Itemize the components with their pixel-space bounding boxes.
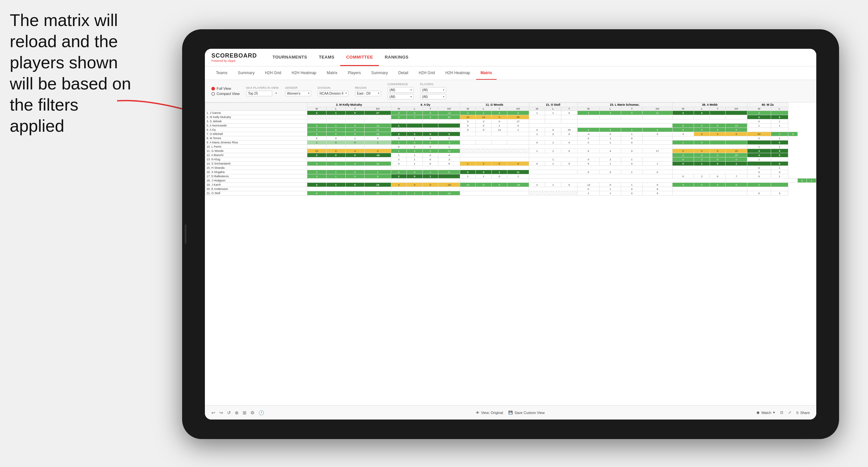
subnav-summary2[interactable]: Summary — [367, 66, 392, 80]
player-name: 3. S Jelinek — [205, 119, 307, 124]
cell: 13 — [725, 124, 747, 128]
full-view-option[interactable]: Full View — [211, 87, 240, 90]
players-filter: Players (All) (All) — [420, 83, 446, 99]
zoom-icon[interactable]: ⊕ — [235, 410, 239, 415]
subnav-h2h-heatmap1[interactable]: H2H Heatmap — [287, 66, 321, 80]
cell: 0 — [345, 141, 365, 145]
subnav-h2h-grid1[interactable]: H2H Grid — [260, 66, 286, 80]
subnav-players[interactable]: Players — [343, 66, 365, 80]
cell: 3 — [600, 128, 621, 132]
cell: 0 — [438, 170, 460, 174]
redo-icon[interactable]: ↪ — [219, 410, 223, 415]
wlt-t4: T — [561, 107, 577, 111]
cell: 1 — [771, 174, 788, 179]
view-icon: 👁 — [476, 411, 479, 415]
region-select[interactable]: East - DII — [355, 91, 381, 96]
table-row: 15. H Stranda 0 1 — [205, 166, 816, 170]
cell: 50 — [507, 115, 529, 119]
cell — [365, 145, 391, 149]
subnav-matrix2[interactable]: Matrix — [476, 66, 497, 80]
cell: 0 — [643, 183, 672, 187]
compact-view-option[interactable]: Compact View — [211, 92, 240, 96]
subnav-h2h-grid2[interactable]: H2H Grid — [414, 66, 439, 80]
cell: 0 — [710, 153, 725, 157]
cell: 0 — [672, 174, 694, 179]
gender-select[interactable]: Women's — [285, 91, 311, 96]
cell: 0 — [307, 136, 326, 141]
cell: 2 — [391, 191, 407, 195]
refresh-icon[interactable]: ↺ — [227, 410, 231, 415]
share-btn[interactable]: ⎘ Share — [797, 411, 810, 415]
nav-rankings[interactable]: RANKINGS — [379, 49, 414, 66]
players-select1[interactable]: (All) — [420, 87, 446, 93]
cell — [771, 157, 788, 162]
table-row: 6. A Dy 7 0 0 11 0 0 14 1 4 0 25 1 — [205, 128, 816, 132]
cell: 0 — [577, 170, 600, 174]
cell: 11 — [507, 170, 529, 174]
expand-btn[interactable]: ⤢ — [788, 410, 791, 415]
cell — [529, 136, 577, 141]
watch-btn[interactable]: ◉ Watch ▾ — [756, 410, 775, 415]
cell: 3 — [307, 174, 326, 179]
players-select2[interactable]: (All) — [420, 94, 446, 99]
cell: 0 — [326, 128, 345, 132]
clock-icon[interactable]: 🕐 — [258, 410, 264, 415]
settings-icon[interactable]: ⚙ — [250, 410, 255, 415]
cell: 2 — [771, 132, 788, 136]
nav-tournaments[interactable]: TOURNAMENTS — [267, 49, 313, 66]
nav-teams[interactable]: TEAMS — [313, 49, 340, 66]
save-custom-btn[interactable]: 💾 Save Custom View — [508, 410, 545, 415]
cell — [345, 145, 365, 149]
subnav-teams[interactable]: Teams — [211, 66, 232, 80]
cell — [771, 187, 788, 191]
cell: 2 — [438, 132, 460, 136]
max-players-select[interactable]: Top 25 — [246, 91, 272, 96]
cell: 0 — [423, 191, 438, 195]
cell: 0 — [460, 124, 476, 128]
cell — [694, 115, 710, 119]
cell: 2 — [476, 162, 492, 166]
cell: 4 — [747, 149, 771, 153]
undo-icon[interactable]: ↩ — [211, 410, 215, 415]
cell — [460, 136, 529, 141]
nav-items: TOURNAMENTS TEAMS COMMITTEE RANKINGS — [267, 49, 414, 66]
conference-select2[interactable]: (All) — [388, 94, 414, 99]
grid-icon[interactable]: ⊞ — [243, 410, 247, 415]
cell: 14 — [491, 128, 507, 132]
subnav-matrix1[interactable]: Matrix — [322, 66, 342, 80]
view-original-btn[interactable]: 👁 View: Original — [476, 411, 503, 415]
subnav-h2h-heatmap2[interactable]: H2H Heatmap — [441, 66, 474, 80]
logo-title: SCOREBOARD — [211, 52, 257, 59]
cell: 1 — [725, 162, 747, 166]
wlt-t5: T — [621, 107, 643, 111]
subnav-summary1[interactable]: Summary — [233, 66, 259, 80]
cell: 0 — [672, 128, 694, 132]
cell: 3 — [771, 170, 788, 174]
cell: 0 — [423, 162, 438, 166]
conference-select1[interactable]: (All) — [388, 87, 414, 93]
cell — [307, 115, 391, 119]
cell — [771, 111, 788, 115]
subnav-detail[interactable]: Detail — [394, 66, 413, 80]
player-name: 2. M Kelly Mulcahy — [205, 115, 307, 119]
cell: 1 — [577, 111, 600, 115]
view-options: Full View Compact View — [211, 87, 240, 96]
compact-view-radio[interactable] — [211, 92, 215, 96]
cell — [423, 124, 438, 128]
watch-label: Watch — [761, 411, 771, 415]
cell: -2 — [438, 157, 460, 162]
monitor-btn[interactable]: ⊡ — [780, 410, 783, 415]
cell: 0 — [491, 119, 507, 124]
cell: 0 — [577, 187, 600, 191]
cell: 2 — [529, 183, 545, 187]
cell — [438, 124, 460, 128]
cell — [460, 149, 529, 153]
nav-committee[interactable]: COMMITTEE — [340, 49, 379, 66]
full-view-radio[interactable] — [211, 87, 215, 90]
cell: 24 — [747, 132, 771, 136]
cell: 2 — [476, 119, 492, 124]
division-select[interactable]: NCAA Division II — [318, 91, 349, 96]
player-name: 16. X Mcgaha — [205, 170, 307, 174]
cell: 4 — [747, 153, 771, 157]
cell — [771, 128, 788, 132]
